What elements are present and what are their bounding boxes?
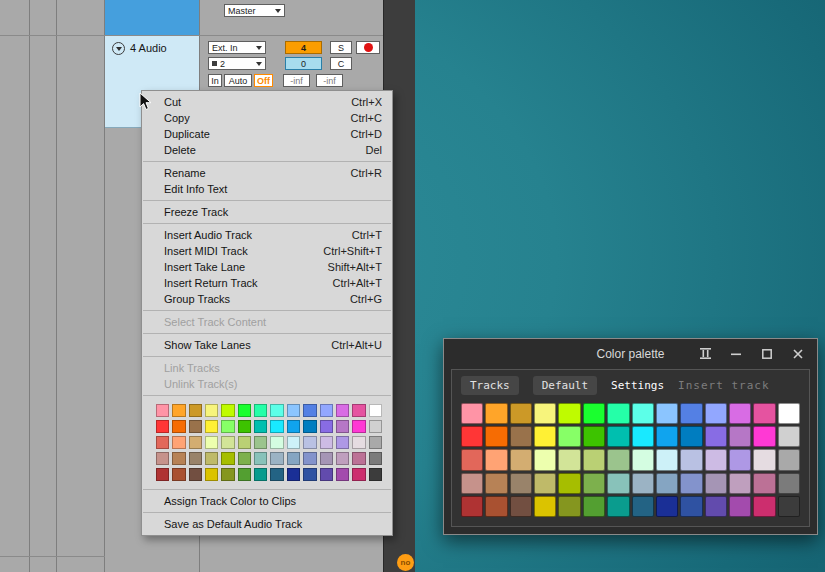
input-sub-chooser[interactable]: 2 [208,57,266,70]
color-swatch[interactable] [172,436,185,449]
color-swatch[interactable] [320,468,333,481]
color-swatch[interactable] [189,404,202,417]
color-swatch[interactable] [461,403,483,424]
color-swatch[interactable] [656,449,678,470]
color-swatch[interactable] [461,449,483,470]
color-swatch[interactable] [705,426,727,447]
solo-button[interactable]: S [330,41,352,54]
color-swatch[interactable] [705,449,727,470]
input-type-chooser[interactable]: Ext. In [208,41,266,54]
color-swatch[interactable] [369,420,382,433]
color-swatch[interactable] [156,468,169,481]
color-swatch[interactable] [534,473,556,494]
color-swatch[interactable] [303,452,316,465]
color-swatch[interactable] [189,436,202,449]
color-swatch[interactable] [485,403,507,424]
color-swatch[interactable] [485,449,507,470]
menu-item-copy[interactable]: CopyCtrl+C [142,110,392,126]
color-swatch[interactable] [270,452,283,465]
color-swatch[interactable] [320,436,333,449]
color-swatch[interactable] [369,404,382,417]
tab-tracks[interactable]: Tracks [461,376,519,395]
color-swatch[interactable] [558,449,580,470]
color-swatch[interactable] [205,420,218,433]
color-swatch[interactable] [221,436,234,449]
color-swatch[interactable] [172,420,185,433]
color-swatch[interactable] [729,426,751,447]
color-swatch[interactable] [485,473,507,494]
color-swatch[interactable] [680,449,702,470]
color-swatch[interactable] [778,449,800,470]
color-swatch[interactable] [729,473,751,494]
track-name[interactable]: 4 Audio [130,42,167,54]
monitor-in-button[interactable]: In [208,74,222,87]
color-swatch[interactable] [705,403,727,424]
color-swatch[interactable] [336,468,349,481]
window-titlebar[interactable]: Color palette [444,339,817,368]
color-swatch[interactable] [656,473,678,494]
color-swatch[interactable] [336,436,349,449]
arm-record-button[interactable] [356,41,380,54]
color-swatch[interactable] [221,404,234,417]
menu-item-duplicate[interactable]: DuplicateCtrl+D [142,126,392,142]
color-swatch[interactable] [254,436,267,449]
color-swatch[interactable] [583,473,605,494]
color-swatch[interactable] [680,496,702,517]
color-swatch[interactable] [607,403,629,424]
color-swatch[interactable] [632,473,654,494]
color-swatch[interactable] [221,468,234,481]
master-track-chooser[interactable]: Master [224,4,285,17]
color-swatch[interactable] [172,452,185,465]
track-unfold-button[interactable] [112,42,125,55]
color-swatch[interactable] [583,449,605,470]
color-swatch[interactable] [632,496,654,517]
color-swatch[interactable] [238,436,251,449]
color-swatch[interactable] [336,404,349,417]
color-swatch[interactable] [510,426,532,447]
color-swatch[interactable] [336,420,349,433]
color-swatch[interactable] [632,426,654,447]
color-swatch[interactable] [680,473,702,494]
color-swatch[interactable] [287,436,300,449]
menu-item-insert-take-lane[interactable]: Insert Take LaneShift+Alt+T [142,259,392,275]
color-swatch[interactable] [369,468,382,481]
color-swatch[interactable] [510,403,532,424]
color-swatch[interactable] [680,403,702,424]
color-swatch[interactable] [656,426,678,447]
color-swatch[interactable] [583,496,605,517]
color-swatch[interactable] [156,420,169,433]
color-swatch[interactable] [221,452,234,465]
send-value-box[interactable]: 0 [285,57,322,70]
color-swatch[interactable] [510,496,532,517]
color-swatch[interactable] [189,468,202,481]
color-swatch[interactable] [189,420,202,433]
color-swatch[interactable] [753,473,775,494]
color-swatch[interactable] [287,468,300,481]
color-swatch[interactable] [680,426,702,447]
color-swatch[interactable] [656,496,678,517]
color-swatch[interactable] [753,449,775,470]
close-icon[interactable] [791,347,805,361]
color-swatch[interactable] [729,449,751,470]
color-swatch[interactable] [485,496,507,517]
color-swatch[interactable] [303,436,316,449]
color-swatch[interactable] [558,426,580,447]
menu-item-save-as-default-audio-track[interactable]: Save as Default Audio Track [142,516,392,532]
color-swatch[interactable] [534,403,556,424]
crossfade-assign-button[interactable]: C [330,57,352,70]
status-badge[interactable]: no [397,554,414,571]
color-swatch[interactable] [461,473,483,494]
color-swatch[interactable] [753,426,775,447]
color-swatch[interactable] [238,468,251,481]
color-swatch[interactable] [352,452,365,465]
monitor-off-button[interactable]: Off [254,74,273,87]
selected-clip-slot[interactable] [105,0,199,35]
color-swatch[interactable] [352,468,365,481]
menu-item-freeze-track[interactable]: Freeze Track [142,204,392,220]
color-swatch[interactable] [753,496,775,517]
color-swatch[interactable] [558,403,580,424]
color-swatch[interactable] [607,426,629,447]
color-swatch[interactable] [583,403,605,424]
color-swatch[interactable] [270,436,283,449]
color-swatch[interactable] [172,404,185,417]
